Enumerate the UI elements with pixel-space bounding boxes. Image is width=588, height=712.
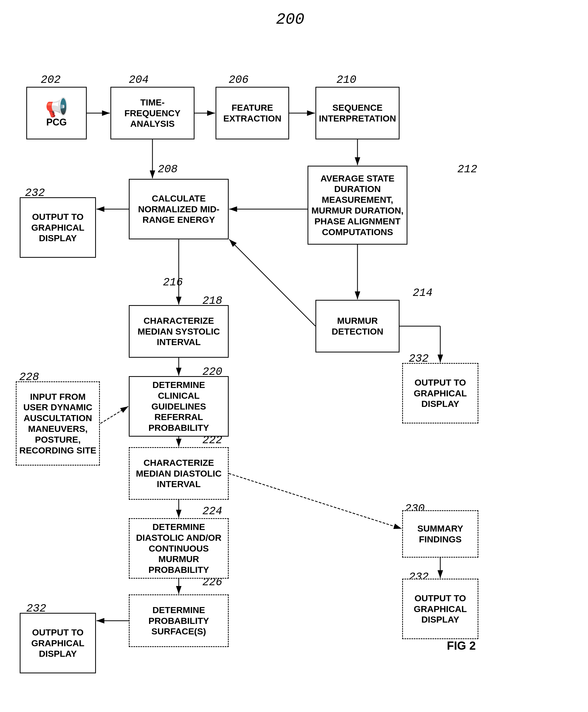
input-user-box: INPUT FROM USER DYNAMIC AUSCULTATION MAN…: [16, 381, 100, 466]
calc-normalized-label: CALCULATE NORMALIZED MID-RANGE ENERGY: [132, 193, 225, 225]
murmur-detection-box: MURMUR DETECTION: [315, 300, 400, 352]
svg-line-18: [100, 406, 128, 424]
svg-line-21: [229, 239, 315, 326]
feature-extraction-box: FEATURE EXTRACTION: [215, 87, 289, 139]
output-graphical-4-label: OUTPUT TO GRAPHICAL DISPLAY: [23, 627, 92, 659]
pcg-label: PCG: [46, 117, 67, 128]
ref-202: 202: [41, 74, 61, 86]
ref-216: 216: [163, 276, 183, 289]
output-graphical-3-box: OUTPUT TO GRAPHICAL DISPLAY: [402, 578, 478, 639]
characterize-systolic-box: CHARACTERIZE MEDIAN SYSTOLIC INTERVAL: [129, 305, 229, 358]
ref-214: 214: [413, 287, 433, 299]
output-graphical-3-label: OUTPUT TO GRAPHICAL DISPLAY: [405, 593, 475, 625]
characterize-diastolic-label: CHARACTERIZE MEDIAN DIASTOLIC INTERVAL: [132, 457, 225, 489]
diagram-container: 200 202 204 206 210 232 208 212 214 216 …: [0, 0, 588, 712]
time-freq-label: TIME-FREQUENCY ANALYSIS: [114, 97, 191, 129]
characterize-diastolic-box: CHARACTERIZE MEDIAN DIASTOLIC INTERVAL: [129, 447, 229, 500]
characterize-systolic-label: CHARACTERIZE MEDIAN SYSTOLIC INTERVAL: [132, 316, 225, 347]
summary-findings-label: SUMMARY FINDINGS: [405, 523, 475, 545]
figure-number: 200: [276, 11, 304, 28]
determine-diastolic-box: DETERMINE DIASTOLIC AND/OR CONTINUOUS MU…: [129, 518, 229, 578]
sequence-interp-label: SEQUENCE INTERPRETATION: [319, 102, 396, 124]
sequence-interp-box: SEQUENCE INTERPRETATION: [315, 87, 400, 139]
summary-findings-box: SUMMARY FINDINGS: [402, 510, 478, 557]
determine-probability-box: DETERMINE PROBABILITY SURFACE(S): [129, 594, 229, 647]
arrows-svg: [0, 0, 588, 712]
calc-normalized-box: CALCULATE NORMALIZED MID-RANGE ENERGY: [129, 179, 229, 239]
determine-probability-label: DETERMINE PROBABILITY SURFACE(S): [132, 605, 225, 637]
output-graphical-2-label: OUTPUT TO GRAPHICAL DISPLAY: [405, 377, 475, 409]
determine-clinical-label: DETERMINE CLINICAL GUIDELINES REFERRAL P…: [132, 380, 225, 433]
output-graphical-4-box: OUTPUT TO GRAPHICAL DISPLAY: [20, 613, 96, 673]
ref-204: 204: [129, 74, 149, 86]
avg-state-box: AVERAGE STATE DURATION MEASUREMENT, MURM…: [308, 166, 407, 245]
murmur-detection-label: MURMUR DETECTION: [319, 316, 396, 337]
ref-206: 206: [229, 74, 249, 86]
ref-212: 212: [457, 163, 477, 176]
ref-208: 208: [158, 163, 178, 176]
avg-state-label: AVERAGE STATE DURATION MEASUREMENT, MURM…: [311, 173, 404, 238]
fig-label: FIG 2: [447, 639, 476, 652]
input-user-label: INPUT FROM USER DYNAMIC AUSCULTATION MAN…: [19, 391, 97, 456]
pcg-box: 📢 PCG: [26, 87, 87, 139]
determine-diastolic-label: DETERMINE DIASTOLIC AND/OR CONTINUOUS MU…: [132, 522, 225, 575]
output-graphical-1-box: OUTPUT TO GRAPHICAL DISPLAY: [20, 197, 96, 258]
ref-224: 224: [203, 505, 223, 517]
output-graphical-1-label: OUTPUT TO GRAPHICAL DISPLAY: [23, 211, 92, 244]
ref-210: 210: [336, 74, 356, 86]
output-graphical-2-box: OUTPUT TO GRAPHICAL DISPLAY: [402, 363, 478, 424]
determine-clinical-box: DETERMINE CLINICAL GUIDELINES REFERRAL P…: [129, 376, 229, 436]
svg-line-19: [229, 473, 402, 529]
feature-extraction-label: FEATURE EXTRACTION: [219, 102, 286, 124]
time-freq-box: TIME-FREQUENCY ANALYSIS: [110, 87, 194, 139]
